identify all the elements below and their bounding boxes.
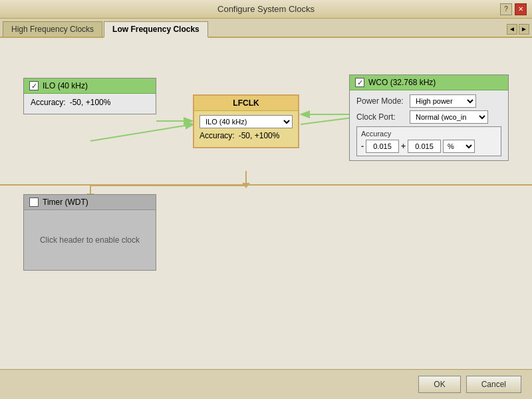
lfclk-body: ILO (40 kHz) WCO (32.768 kHz) EXTCLK Acc… bbox=[194, 111, 298, 147]
title-bar-controls: ? ✕ bbox=[500, 3, 527, 15]
ilo-title: ILO (40 kHz) bbox=[43, 81, 88, 90]
tab-low-frequency[interactable]: Low Frequency Clocks bbox=[104, 21, 208, 38]
lfclk-title: LFCLK bbox=[233, 98, 259, 108]
wco-body: Power Mode: High power Low power Clock P… bbox=[350, 90, 508, 160]
wco-power-select[interactable]: High power Low power bbox=[410, 94, 476, 108]
lfclk-header: LFCLK bbox=[194, 96, 298, 111]
timer-title: Timer (WDT) bbox=[43, 198, 88, 207]
wco-title: WCO (32.768 kHz) bbox=[368, 78, 436, 87]
timer-checkbox[interactable] bbox=[29, 198, 39, 207]
main-content: ILO (40 kHz) Accuracy: -50, +100% LFCLK … bbox=[0, 38, 532, 369]
timer-block: Timer (WDT) Click header to enable clock bbox=[23, 194, 156, 271]
tab-navigation: ◄ ► bbox=[507, 24, 529, 35]
timer-body: Click header to enable clock bbox=[24, 210, 156, 270]
cancel-button[interactable]: Cancel bbox=[466, 376, 521, 393]
lfclk-source-select[interactable]: ILO (40 kHz) WCO (32.768 kHz) EXTCLK bbox=[200, 115, 293, 128]
wco-accuracy-group-label: Accuracy bbox=[361, 130, 497, 138]
tab-prev-button[interactable]: ◄ bbox=[507, 24, 517, 35]
svg-line-1 bbox=[301, 118, 352, 124]
ok-button[interactable]: OK bbox=[418, 376, 460, 393]
lfclk-accuracy-row: Accuracy: -50, +100% bbox=[200, 131, 293, 140]
ilo-header[interactable]: ILO (40 kHz) bbox=[24, 78, 156, 94]
tab-high-frequency[interactable]: High Frequency Clocks bbox=[3, 21, 102, 37]
ilo-accuracy-value: -50, +100% bbox=[70, 98, 111, 107]
window-title: Configure System Clocks bbox=[32, 4, 500, 14]
wco-power-row: Power Mode: High power Low power bbox=[356, 94, 501, 108]
wco-header[interactable]: WCO (32.768 kHz) bbox=[350, 75, 508, 90]
lfclk-accuracy-label: Accuracy: bbox=[200, 131, 235, 140]
tab-bar: High Frequency Clocks Low Frequency Cloc… bbox=[0, 19, 532, 38]
wco-accuracy-group: Accuracy - + % ppm bbox=[356, 126, 501, 156]
timer-header[interactable]: Timer (WDT) bbox=[24, 195, 156, 210]
acc-plus-sign: + bbox=[401, 142, 406, 151]
timer-message: Click header to enable clock bbox=[40, 235, 140, 245]
wco-acc-unit-select[interactable]: % ppm bbox=[443, 140, 475, 153]
ilo-block: ILO (40 kHz) Accuracy: -50, +100% bbox=[23, 78, 156, 114]
wco-accuracy-fields: - + % ppm bbox=[361, 140, 497, 153]
wco-checkbox[interactable] bbox=[355, 78, 364, 87]
ilo-body: Accuracy: -50, +100% bbox=[24, 94, 156, 114]
wco-port-select[interactable]: Normal (wco_in Bypass bbox=[410, 110, 488, 124]
wco-port-label: Clock Port: bbox=[356, 112, 410, 122]
lfclk-accuracy-value: -50, +100% bbox=[239, 131, 280, 140]
wco-port-row: Clock Port: Normal (wco_in Bypass bbox=[356, 110, 501, 124]
wco-block: WCO (32.768 kHz) Power Mode: High power … bbox=[349, 74, 509, 161]
close-button[interactable]: ✕ bbox=[515, 3, 527, 15]
ilo-accuracy-label: Accuracy: bbox=[31, 98, 66, 107]
h-separator bbox=[0, 184, 532, 186]
bottom-bar: OK Cancel bbox=[0, 369, 532, 399]
lfclk-source-row: ILO (40 kHz) WCO (32.768 kHz) EXTCLK bbox=[200, 115, 293, 128]
tab-next-button[interactable]: ► bbox=[519, 24, 529, 35]
ilo-checkbox[interactable] bbox=[29, 81, 39, 90]
title-bar: Configure System Clocks ? ✕ bbox=[0, 0, 532, 19]
ilo-accuracy-row: Accuracy: -50, +100% bbox=[31, 98, 149, 107]
help-button[interactable]: ? bbox=[500, 3, 512, 15]
lfclk-block: LFCLK ILO (40 kHz) WCO (32.768 kHz) EXTC… bbox=[193, 94, 299, 148]
acc-minus-sign: - bbox=[361, 142, 364, 151]
wco-power-label: Power Mode: bbox=[356, 96, 410, 106]
svg-line-0 bbox=[90, 124, 193, 141]
wco-acc-plus-input[interactable] bbox=[408, 140, 441, 153]
wco-acc-minus-input[interactable] bbox=[366, 140, 399, 153]
